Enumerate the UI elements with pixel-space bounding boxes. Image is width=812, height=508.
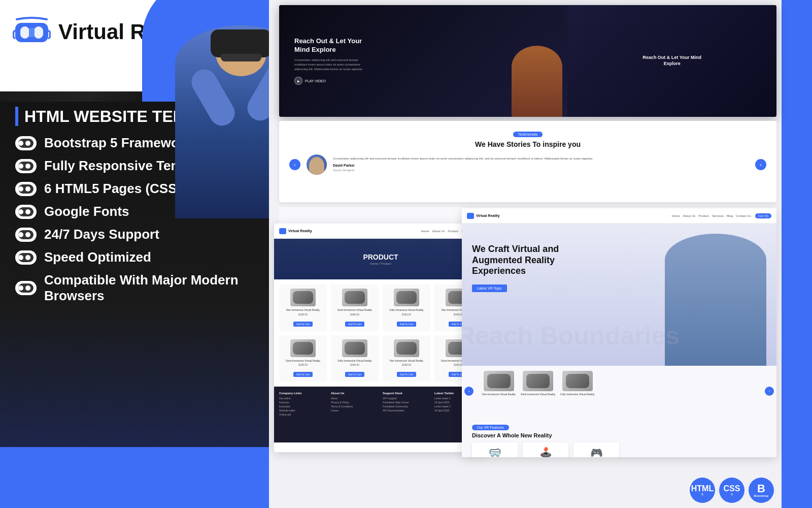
vr-nav-blog[interactable]: Blog <box>727 214 733 217</box>
product-name-6: Fully Immersive Virtual Reality <box>334 359 376 363</box>
product-image-5 <box>290 339 316 357</box>
right-panel: Our VR Features Discover A Whole New Rea… <box>269 0 812 508</box>
tech-badge-bootstrap-sub: Bootstrap <box>754 494 768 497</box>
hero-blob <box>142 0 269 102</box>
vr-product-name-1: Non-Immersive Virtual Reality <box>482 393 516 396</box>
tech-badge-css: CSS 3 <box>719 478 745 503</box>
product-price-2: $199.00 <box>334 313 376 316</box>
watermark-text: Reach Boundaries <box>462 321 680 351</box>
footer-link-3-3[interactable]: Freshdesk Community <box>383 405 430 408</box>
vr-product-image-3 <box>562 371 593 391</box>
vr-nav-links: Home About Us Product Services Blog Cont… <box>672 214 751 217</box>
footer-link-1-3[interactable]: Examples <box>279 405 327 408</box>
product-nav-product[interactable]: Product <box>448 230 458 233</box>
footer-link-2-3[interactable]: Terms & Conditions <box>331 405 379 408</box>
testimonials-title: We Have Stories To inspire you <box>289 140 766 148</box>
template-title-container: HTML WEBSITE TEMPLATE <box>15 107 254 126</box>
template-title-text: HTML WEBSITE TEMPLATE <box>24 107 239 126</box>
svg-rect-3 <box>29 28 35 37</box>
product-price-3: $199.00 <box>386 313 427 316</box>
product-hero: PRODUCT Home / Product <box>274 239 487 279</box>
product-name-5: Semi-Immersive Virtual Reality <box>282 359 324 363</box>
vr-nav-cta[interactable]: Cart (0) <box>755 213 771 218</box>
vr-nav-logo: Virtual Reality <box>467 213 500 219</box>
play-circle-icon: ▶ <box>294 77 302 85</box>
footer-link-3-2[interactable]: Freshdesk Help Center <box>383 401 430 404</box>
footer-link-2-2[interactable]: Privacy & Policy <box>331 401 379 404</box>
feature-label-fonts: Google Fonts <box>44 204 129 219</box>
product-name-3: Fully Immersive Virtual Reality <box>386 308 427 312</box>
add-to-cart-7[interactable]: Add To Cart <box>397 372 416 377</box>
vr-hero-title: We Craft Virtual and Augmented Reality E… <box>472 244 584 277</box>
footer-link-1-4[interactable]: Website editor <box>279 409 327 412</box>
tech-badge-html-letter: HTML <box>691 485 714 493</box>
vr-nav-product[interactable]: Product <box>698 214 709 217</box>
vr-products-next[interactable]: › <box>765 387 774 396</box>
vr-nav-about[interactable]: About Us <box>683 214 696 217</box>
testimonial-role: Senior Designer <box>333 168 749 173</box>
tech-badge-css-letter: CSS <box>724 485 740 493</box>
add-to-cart-2[interactable]: Add To Cart <box>345 322 364 327</box>
product-preview: Virtual Reality Home About Us Product Se… <box>274 224 487 452</box>
vr-product-name-3: Fully Immersive Virtual Reality <box>560 393 594 396</box>
discover-badge: Our VR Features <box>472 425 509 430</box>
product-image-6 <box>342 339 367 357</box>
list-item: Semi-Immersive Virtual Reality $199.00 A… <box>279 335 327 382</box>
feature-item-fonts: Google Fonts <box>15 204 254 219</box>
vr-headset-logo-icon <box>13 15 51 48</box>
testimonial-author: David Parker <box>333 163 749 169</box>
footer-link-1-5[interactable]: Online sell <box>279 413 327 416</box>
testimonial-prev-arrow[interactable]: ‹ <box>289 159 300 170</box>
testimonial-text-block: Consectetur adipiscing elit sed eiusmod … <box>333 156 749 173</box>
feature-item-browsers: Compatible With Major Modern Browsers <box>15 272 254 304</box>
footer-col-title-2: About Us <box>331 392 379 395</box>
list-item: Semi-Immersive Virtual Reality <box>521 371 555 396</box>
product-nav-logo: Virtual Reality <box>279 228 312 234</box>
discover-card-icon-1: 🥽 <box>476 447 514 457</box>
product-nav-home[interactable]: Home <box>421 230 429 233</box>
vr-main-preview: Virtual Reality Home About Us Product Se… <box>462 208 776 457</box>
vr-nav-contact[interactable]: Contact Us <box>736 214 751 217</box>
feature-label-speed: Speed Optimized <box>44 249 151 265</box>
product-nav: Virtual Reality Home About Us Product Se… <box>274 224 487 239</box>
footer-link-3-1[interactable]: 24/7 support <box>383 397 430 400</box>
hero-preview: Our VR Features Discover A Whole New Rea… <box>279 5 776 117</box>
testimonials-section: Testimonials We Have Stories To inspire … <box>279 121 776 202</box>
vr-nav-services[interactable]: Services <box>712 214 724 217</box>
product-nav-about[interactable]: About Us <box>432 230 445 233</box>
vr-icon-bootstrap <box>15 136 37 150</box>
vr-nav: Virtual Reality Home About Us Product Se… <box>462 208 776 224</box>
product-nav-logo-icon <box>279 228 286 234</box>
feature-label-bootstrap: Bootstrap 5 Framework <box>44 135 191 151</box>
add-to-cart-3[interactable]: Add To Cart <box>397 322 416 327</box>
product-image-3 <box>394 289 419 306</box>
explore-button[interactable]: Latest VR Topic <box>472 284 507 292</box>
hero-description: Consectetur adipiscing elit sed eiusmod … <box>294 58 370 72</box>
footer-link-2-1[interactable]: About <box>331 397 379 400</box>
features-section: HTML WEBSITE TEMPLATE Bootstrap 5 Framew… <box>0 102 269 508</box>
tech-badge-bootstrap-letter: B <box>757 483 765 494</box>
footer-link-1-1[interactable]: Get online <box>279 397 327 400</box>
testimonials-header: Testimonials We Have Stories To inspire … <box>289 129 766 148</box>
left-panel: Virtual Reality HTML WEBSITE TEMPLATE Bo… <box>0 0 269 508</box>
product-price-1: $199.00 <box>282 313 324 316</box>
product-price-5: $199.00 <box>282 363 324 366</box>
list-item: 🥽 360 Degree Great Experience <box>472 442 518 457</box>
footer-link-3-4[interactable]: API Documentation <box>383 409 430 412</box>
footer-link-1-2[interactable]: Features <box>279 401 327 404</box>
footer-link-2-4[interactable]: Career <box>331 409 379 412</box>
vr-nav-home[interactable]: Home <box>672 214 680 217</box>
vr-products-prev[interactable]: ‹ <box>464 387 473 396</box>
play-button[interactable]: ▶ PLAY VIDEO <box>294 77 376 85</box>
feature-item-bootstrap: Bootstrap 5 Framework <box>15 135 254 151</box>
add-to-cart-1[interactable]: Add To Cart <box>293 322 313 327</box>
discover-inner: Our VR Features Discover A Whole New Rea… <box>462 417 776 457</box>
vr-icon-browsers <box>15 281 37 295</box>
testimonial-next-arrow[interactable]: › <box>755 159 766 170</box>
add-to-cart-5[interactable]: Add To Cart <box>293 372 313 377</box>
add-to-cart-6[interactable]: Add To Cart <box>345 372 364 377</box>
hero-dark-section: Reach Out & Let Your Mind Explore Consec… <box>279 5 567 117</box>
vr-icon-speed <box>15 250 37 265</box>
svg-rect-2 <box>34 26 43 39</box>
footer-col-3: Support Desk 24/7 support Freshdesk Help… <box>383 392 430 437</box>
